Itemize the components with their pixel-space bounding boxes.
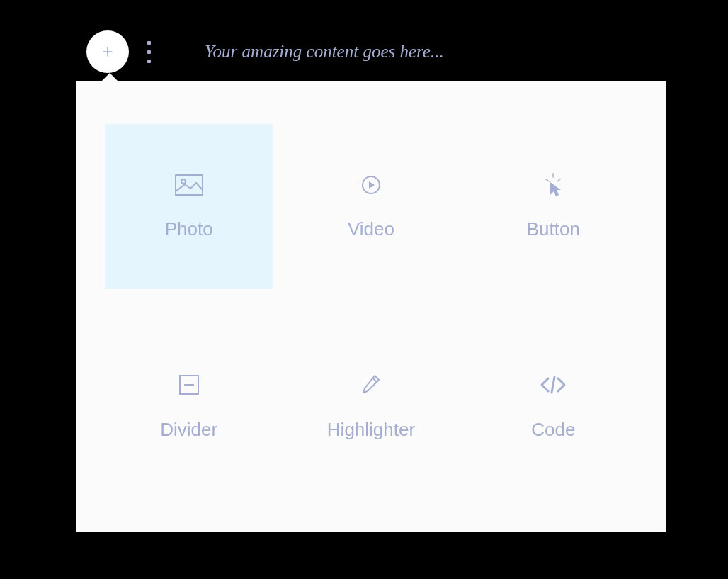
option-divider[interactable]: Divider [105, 325, 273, 490]
dropdown-arrow [101, 73, 118, 81]
option-label: Photo [165, 218, 213, 240]
highlighter-icon [360, 373, 382, 398]
drag-handle[interactable] [143, 33, 155, 72]
option-label: Button [527, 218, 580, 240]
video-icon [361, 172, 381, 197]
option-button[interactable]: Button [470, 124, 637, 289]
add-content-button[interactable] [86, 30, 129, 73]
drag-dot [147, 50, 151, 54]
code-icon [539, 373, 567, 398]
drag-dot [147, 60, 151, 63]
divider-icon [178, 373, 200, 398]
content-type-dropdown: Photo Video Button [76, 81, 666, 532]
drag-dot [147, 41, 151, 45]
option-label: Divider [160, 419, 217, 441]
cursor-click-icon [542, 172, 564, 197]
option-photo[interactable]: Photo [105, 124, 273, 289]
content-placeholder[interactable]: Your amazing content goes here... [205, 42, 444, 62]
photo-icon [175, 172, 203, 197]
svg-point-1 [181, 179, 186, 184]
option-video[interactable]: Video [287, 124, 455, 289]
option-label: Code [531, 419, 575, 441]
option-label: Highlighter [327, 419, 415, 441]
option-label: Video [348, 218, 394, 240]
option-highlighter[interactable]: Highlighter [287, 325, 455, 490]
option-code[interactable]: Code [470, 325, 637, 490]
plus-icon [101, 45, 115, 59]
